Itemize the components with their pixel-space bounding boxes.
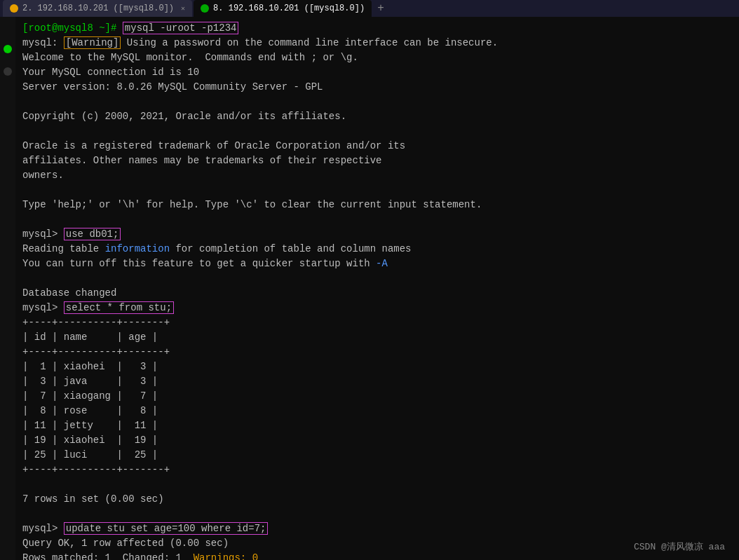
main-area: [root@mysql8 ~]# mysql -uroot -p1234 mys… <box>0 17 739 560</box>
line-copyright: Copyright (c) 2000, 2021, Oracle and/or … <box>22 109 732 124</box>
cmd-update: update stu set age=100 where id=7; <box>64 522 269 535</box>
watermark: CSDN @清风微凉 aaa <box>634 540 725 553</box>
tab-2-icon <box>201 4 209 13</box>
indicator-inactive <box>4 67 12 76</box>
tab-1-label: 2. 192.168.10.201 ([mysql8.0]) <box>22 4 174 13</box>
tab-bar: 2. 192.168.10.201 ([mysql8.0]) ✕ 8. 192.… <box>0 0 739 17</box>
line-rows-in-set: 7 rows in set (0.00 sec) <box>22 492 732 507</box>
line-use-db01: mysql> use db01; <box>22 227 732 242</box>
table-row-1: | 1 | xiaohei | 3 | <box>22 360 732 374</box>
line-warning: mysql: [Warning] Using a password on the… <box>22 36 732 50</box>
line-turn-off: You can turn off this feature to get a q… <box>22 257 732 271</box>
line-db-changed: Database changed <box>22 286 732 301</box>
table-row-3: | 3 | java | 3 | <box>22 374 732 389</box>
table-header: | id | name | age | <box>22 330 732 345</box>
line-oracle-3: owners. <box>22 168 732 183</box>
table-row-25: | 25 | luci | 25 | <box>22 448 732 463</box>
table-border-bottom: +----+----------+-------+ <box>22 463 732 477</box>
table-border-top: +----+----------+-------+ <box>22 315 732 330</box>
tab-1-close[interactable]: ✕ <box>181 4 185 13</box>
line-mysql-login: [root@mysql8 ~]# mysql -uroot -p1234 <box>22 21 732 36</box>
line-blank-1 <box>22 95 732 109</box>
line-version: Server version: 8.0.26 MySQL Community S… <box>22 80 732 95</box>
line-welcome: Welcome to the MySQL monitor. Commands e… <box>22 50 732 65</box>
sidebar <box>0 17 15 560</box>
tab-add-button[interactable]: + <box>373 2 388 15</box>
line-connid: Your MySQL connection id is 10 <box>22 65 732 80</box>
terminal-window: 2. 192.168.10.201 ([mysql8.0]) ✕ 8. 192.… <box>0 0 739 560</box>
tab-2-label: 8. 192.168.10.201 ([mysql8.0]) <box>213 4 365 13</box>
indicator-connected <box>4 45 12 53</box>
line-blank-3 <box>22 183 732 198</box>
line-query-ok: Query OK, 1 row affected (0.00 sec) <box>22 536 732 551</box>
table-row-8: | 8 | rose | 8 | <box>22 404 732 418</box>
cmd-use-db01: use db01; <box>64 228 121 240</box>
table-row-11: | 11 | jetty | 11 | <box>22 418 732 433</box>
tab-2[interactable]: 8. 192.168.10.201 ([mysql8.0]) <box>194 0 372 17</box>
table-row-19: | 19 | xiaohei | 19 | <box>22 433 732 448</box>
line-help: Type 'help;' or '\h' for help. Type '\c'… <box>22 198 732 212</box>
line-reading-table: Reading table information for completion… <box>22 242 732 257</box>
line-oracle-1: Oracle is a registered trademark of Orac… <box>22 139 732 153</box>
cmd-select-stu: select * from stu; <box>64 301 174 314</box>
line-blank-5 <box>22 271 732 286</box>
line-oracle-2: affiliates. Other names may be trademark… <box>22 153 732 168</box>
table-border-header: +----+----------+-------+ <box>22 345 732 360</box>
table-row-7: | 7 | xiaogang | 7 | <box>22 389 732 404</box>
tab-1-icon <box>10 4 18 13</box>
line-blank-2 <box>22 124 732 139</box>
prompt-1: [root@mysql8 ~]# <box>22 22 123 34</box>
line-blank-4 <box>22 212 732 227</box>
line-blank-7 <box>22 507 732 521</box>
line-select-stu: mysql> select * from stu; <box>22 301 732 315</box>
line-update-cmd: mysql> update stu set age=100 where id=7… <box>22 521 732 536</box>
cmd-login: mysql -uroot -p1234 <box>123 22 239 34</box>
line-blank-6 <box>22 477 732 492</box>
terminal-content[interactable]: [root@mysql8 ~]# mysql -uroot -p1234 mys… <box>15 17 739 560</box>
line-rows-matched: Rows matched: 1 Changed: 1 Warnings: 0 <box>22 551 732 560</box>
tab-1[interactable]: 2. 192.168.10.201 ([mysql8.0]) ✕ <box>3 0 192 17</box>
